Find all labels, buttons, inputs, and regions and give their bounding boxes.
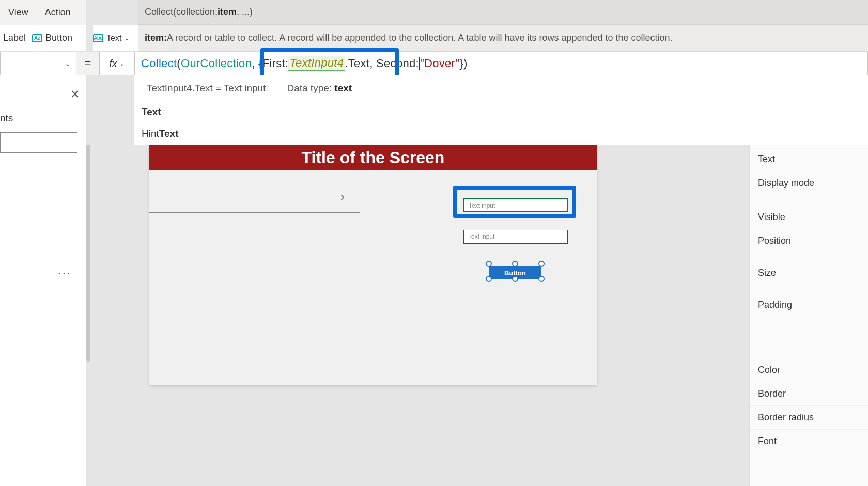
prop-visible[interactable]: Visible bbox=[750, 206, 868, 229]
prop-text[interactable]: Text bbox=[750, 148, 868, 171]
label-text: Label bbox=[3, 33, 26, 43]
prop-font[interactable]: Font bbox=[750, 430, 868, 453]
function-signature: Collect(collection, item , ...) bbox=[138, 0, 868, 25]
prop-position[interactable]: Position bbox=[750, 229, 868, 253]
gallery-row[interactable]: › bbox=[149, 181, 360, 213]
intellisense-dropdown: Text HintText bbox=[134, 101, 868, 145]
tab-view[interactable]: View bbox=[0, 7, 37, 18]
tok-quote: " bbox=[420, 57, 424, 70]
app-canvas: Title of the Screen › Text input Text in… bbox=[149, 145, 597, 385]
button-icon: Az bbox=[32, 34, 42, 42]
tok-string: Dover" bbox=[424, 57, 459, 70]
text-label: Text bbox=[106, 34, 121, 43]
formula-info-bar: TextInput4.Text = Text input Data type: … bbox=[134, 75, 868, 101]
chevron-right-icon: › bbox=[340, 190, 345, 204]
resize-handle[interactable] bbox=[538, 261, 545, 267]
properties-panel: Text Display mode Visible Position Size … bbox=[749, 145, 868, 486]
prop-color[interactable]: Color bbox=[750, 358, 868, 382]
insert-label[interactable]: Label bbox=[3, 33, 26, 43]
tok-end: }) bbox=[459, 57, 467, 70]
prop-border[interactable]: Border bbox=[750, 382, 868, 406]
tok-key-first: First: bbox=[262, 57, 289, 70]
resize-handle[interactable] bbox=[538, 276, 545, 282]
tree-view-panel: ✕ nts ··· bbox=[0, 75, 86, 486]
param-name: item: bbox=[145, 33, 167, 43]
param-description: item: A record or table to collect. A re… bbox=[138, 25, 868, 52]
tok-collection: OurCollection bbox=[181, 57, 252, 70]
tok-prop: .Text, bbox=[345, 57, 373, 70]
suggest-item-text[interactable]: Text bbox=[134, 101, 868, 123]
sig-suffix: , ...) bbox=[237, 7, 253, 18]
sig-current-param: item bbox=[218, 7, 237, 18]
insert-button[interactable]: Az Button bbox=[32, 33, 72, 43]
info-type-value: text bbox=[334, 83, 352, 93]
tab-action[interactable]: Action bbox=[37, 7, 79, 18]
prop-padding[interactable]: Padding bbox=[750, 293, 868, 317]
tok-paren: ( bbox=[177, 57, 181, 70]
close-icon[interactable]: ✕ bbox=[70, 88, 80, 101]
formula-bar[interactable]: Collect ( OurCollection , { First: TextI… bbox=[134, 52, 868, 75]
chevron-down-icon: ⌄ bbox=[65, 59, 71, 68]
fx-label: fx bbox=[109, 58, 117, 70]
search-input[interactable] bbox=[0, 132, 78, 153]
chevron-down-icon: ⌄ bbox=[119, 60, 125, 67]
tok-key-second: Second: bbox=[376, 57, 419, 70]
tok-function: Collect bbox=[141, 57, 177, 70]
panel-title-suffix: nts bbox=[0, 113, 13, 124]
sig-prefix: Collect(collection, bbox=[145, 7, 218, 18]
fx-button[interactable]: fx ⌄ bbox=[99, 52, 134, 75]
prop-displaymode[interactable]: Display mode bbox=[750, 171, 868, 195]
text-input-1[interactable]: Text input bbox=[463, 198, 568, 212]
screen-title-header: Title of the Screen bbox=[149, 145, 597, 170]
info-type-label: Data type: bbox=[287, 83, 334, 93]
scrollbar[interactable] bbox=[86, 145, 90, 362]
resize-handle[interactable] bbox=[486, 261, 492, 267]
prop-size[interactable]: Size bbox=[750, 261, 868, 285]
ribbon: Label Az Button bbox=[0, 25, 86, 52]
equals-cell: = bbox=[76, 52, 99, 75]
resize-handle[interactable] bbox=[486, 276, 492, 282]
info-expr: TextInput4.Text = bbox=[147, 83, 224, 93]
text-input-2[interactable]: Text input bbox=[463, 230, 568, 244]
info-value: Text input bbox=[224, 83, 266, 93]
param-desc: A record or table to collect. A record w… bbox=[167, 33, 673, 43]
tok-brace: { bbox=[258, 57, 262, 70]
insert-text[interactable]: Abc Text ⌄ bbox=[93, 25, 138, 52]
resize-handle[interactable] bbox=[512, 261, 518, 267]
text-icon: Abc bbox=[93, 34, 103, 42]
tree-item-selected[interactable]: ··· bbox=[0, 264, 86, 283]
menu-tabs: View Action bbox=[0, 0, 86, 25]
resize-handle[interactable] bbox=[512, 276, 518, 282]
info-segment-type: Data type: text bbox=[287, 83, 352, 94]
suggest-item-hinttext[interactable]: HintText bbox=[134, 123, 868, 145]
button-text: Button bbox=[45, 33, 72, 43]
chevron-down-icon: ⌄ bbox=[125, 35, 130, 42]
tok-control-ref: TextInput4 bbox=[288, 56, 345, 71]
info-segment-value: TextInput4.Text = Text input bbox=[147, 83, 276, 94]
property-selector[interactable]: ⌄ bbox=[0, 52, 76, 75]
prop-borderradius[interactable]: Border radius bbox=[750, 406, 868, 430]
